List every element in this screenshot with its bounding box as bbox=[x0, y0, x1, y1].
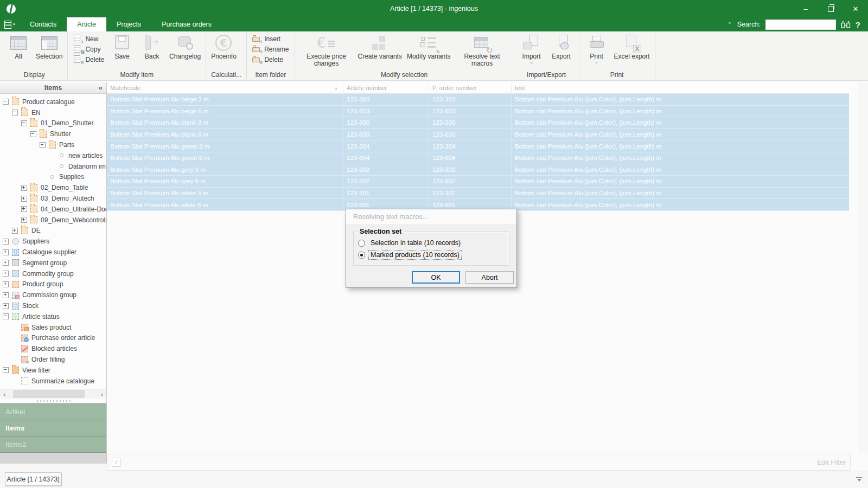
tree-item-02-demo-table[interactable]: 02_Demo_Table bbox=[0, 182, 106, 193]
panel-items[interactable]: Items bbox=[0, 420, 106, 436]
table-cell[interactable]: Bottom slat Premium Alu {jum.Color}, {ju… bbox=[512, 129, 849, 140]
tree-item-view-filter[interactable]: View filter bbox=[0, 365, 106, 376]
tree-item-suppliers[interactable]: Suppliers bbox=[0, 236, 106, 247]
abort-button[interactable]: Abort bbox=[465, 271, 514, 284]
tree-item-commodity-group[interactable]: Commodity group bbox=[0, 268, 106, 279]
ribbon-button-execute-price-changes[interactable]: Execute price changes bbox=[298, 32, 355, 67]
expand-icon[interactable] bbox=[21, 185, 27, 191]
table-cell[interactable]: 123-303 bbox=[429, 94, 512, 105]
table-cell[interactable]: Bottom slat Premium Alu {jum.Color}, {ju… bbox=[512, 164, 849, 176]
table-cell[interactable]: Bottom slat Premium Alu {jum.Color}, {ju… bbox=[512, 94, 849, 105]
scroll-right-icon[interactable]: › bbox=[98, 390, 106, 399]
radio-option-marked-products-10-records[interactable]: Marked products (10 records) bbox=[358, 249, 505, 261]
expand-icon[interactable] bbox=[3, 249, 9, 255]
collapse-sidebar-icon[interactable]: « bbox=[99, 82, 103, 93]
table-cell[interactable]: Bottom slat Premium Alu {jum.Color}, {ju… bbox=[512, 152, 849, 164]
table-cell[interactable]: Bottom Slat Premium Alu beige 6 m bbox=[107, 106, 343, 117]
table-cell[interactable]: Bottom Slat Premium Alu green 3 m bbox=[107, 140, 343, 152]
table-cell[interactable]: 123-304 bbox=[429, 140, 512, 152]
expand-icon[interactable] bbox=[21, 196, 27, 202]
ok-button[interactable]: OK bbox=[412, 271, 460, 284]
table-cell[interactable]: 123-303 bbox=[343, 94, 429, 105]
table-cell[interactable]: 123-602 bbox=[429, 176, 512, 187]
ribbon-button-priceinfo[interactable]: Priceinfo bbox=[209, 32, 239, 60]
ribbon-button-changelog[interactable]: Changelog bbox=[167, 32, 203, 60]
table-cell[interactable]: 123-302 bbox=[429, 164, 512, 176]
table-row[interactable]: Bottom Slat Premium Alu green 3 m123-304… bbox=[107, 140, 849, 152]
tree-item-04-demo-ultralite-doors[interactable]: 04_Demo_Ultralite-Doors bbox=[0, 204, 106, 215]
tree-item-product-catalogue[interactable]: Product catalogue bbox=[0, 97, 106, 107]
collapse-icon[interactable] bbox=[40, 142, 46, 148]
vertical-scrollbar[interactable] bbox=[859, 82, 868, 453]
table-cell[interactable]: Bottom Slat Premium Alu white 6 m bbox=[107, 199, 343, 210]
expand-icon[interactable] bbox=[3, 239, 9, 245]
ribbon-button-back[interactable]: Back bbox=[137, 32, 167, 60]
tree-item-commission-group[interactable]: Commission group bbox=[0, 290, 106, 300]
ribbon-button-all[interactable]: All bbox=[4, 32, 33, 60]
collapse-icon[interactable] bbox=[21, 120, 27, 126]
tree-item-segment-group[interactable]: Segment group bbox=[0, 258, 106, 268]
column-header-matchcode[interactable]: Matchcode▲ bbox=[107, 82, 343, 93]
table-cell[interactable]: 123-300 bbox=[429, 117, 512, 129]
table-cell[interactable]: 123-301 bbox=[429, 188, 512, 199]
maximize-button[interactable] bbox=[818, 0, 843, 17]
tree-item-new-articles[interactable]: new articles bbox=[0, 150, 106, 161]
ribbon-button-save[interactable]: Save bbox=[107, 32, 137, 60]
table-cell[interactable]: Bottom Slat Premium Alu green 6 m bbox=[107, 152, 343, 164]
table-cell[interactable]: Bottom Slat Premium Alu grey 6 m bbox=[107, 176, 343, 187]
expand-icon[interactable] bbox=[12, 228, 18, 234]
ribbon-button-create-variants[interactable]: Create variants bbox=[356, 32, 404, 60]
expand-icon[interactable] bbox=[3, 292, 9, 298]
table-cell[interactable]: Bottom Slat Premium Alu blank 3 m bbox=[107, 117, 343, 129]
ribbon-button-export[interactable]: Export bbox=[547, 32, 576, 60]
splitter-handle[interactable] bbox=[0, 399, 106, 403]
ribbon-button-copy[interactable]: ⧉Copy bbox=[72, 45, 106, 53]
column-header-text[interactable]: text bbox=[512, 82, 849, 93]
ribbon-button-delete[interactable]: ×Delete bbox=[72, 55, 106, 63]
collapse-icon[interactable] bbox=[3, 99, 9, 105]
table-cell[interactable]: 123-602 bbox=[343, 176, 429, 187]
table-cell[interactable]: 123-301 bbox=[343, 188, 429, 199]
edit-filter-button[interactable]: Edit Filter bbox=[817, 459, 846, 466]
tree-item-blocked-articles[interactable]: Blocked articles bbox=[0, 343, 106, 354]
search-input[interactable] bbox=[765, 20, 836, 30]
tree-item-order-filling[interactable]: Order filling bbox=[0, 354, 106, 365]
ribbon-button-selection[interactable]: Selection bbox=[34, 32, 65, 60]
table-cell[interactable]: Bottom slat Premium Alu {jum.Color}, {ju… bbox=[512, 140, 849, 152]
ribbon-button-resolve-text-macros[interactable]: Resolve text macros bbox=[454, 32, 511, 67]
expand-icon[interactable] bbox=[3, 271, 9, 277]
table-cell[interactable]: 123-300 bbox=[343, 117, 429, 129]
tab-projects[interactable]: Projects bbox=[106, 17, 151, 31]
table-cell[interactable]: 123-302 bbox=[343, 164, 429, 176]
expand-icon[interactable] bbox=[21, 217, 27, 223]
radio-button-icon[interactable] bbox=[358, 252, 365, 259]
tree-item-en[interactable]: EN bbox=[0, 107, 106, 118]
tree-item-01-demo-shutter[interactable]: 01_Demo_Shutter bbox=[0, 118, 106, 129]
tree-item-product-group[interactable]: Product group bbox=[0, 279, 106, 290]
table-cell[interactable]: Bottom Slat Premium Alu blank 6 m bbox=[107, 129, 343, 140]
tree-item-stock[interactable]: Stock bbox=[0, 300, 106, 311]
ribbon-button-print[interactable]: Print⌄ bbox=[582, 32, 611, 64]
table-cell[interactable]: 123-304 bbox=[343, 140, 429, 152]
table-row[interactable]: Bottom Slat Premium Alu grey 6 m123-6021… bbox=[107, 176, 849, 188]
ribbon-button-excel-export[interactable]: Excel export bbox=[612, 32, 652, 60]
ribbon-button-modify-variants[interactable]: ✎Modify variants bbox=[405, 32, 453, 60]
tab-article[interactable]: Article bbox=[67, 17, 106, 31]
table-cell[interactable]: Bottom slat Premium Alu {jum.Color}, {ju… bbox=[512, 199, 849, 210]
ribbon-button-import[interactable]: Import⌄ bbox=[517, 32, 546, 64]
table-cell[interactable]: 123-603 bbox=[429, 106, 512, 117]
expand-icon[interactable] bbox=[3, 303, 9, 309]
tree-item-shutter[interactable]: Shutter bbox=[0, 129, 106, 139]
collapse-icon[interactable] bbox=[3, 313, 9, 319]
close-button[interactable]: ✕ bbox=[843, 0, 868, 17]
expand-icon[interactable] bbox=[3, 281, 9, 287]
table-row[interactable]: Bottom Slat Premium Alu beige 3 m123-303… bbox=[107, 94, 849, 106]
tab-purchase-orders[interactable]: Purchase orders bbox=[151, 17, 222, 31]
expand-icon[interactable] bbox=[3, 260, 9, 266]
column-header-p-order-number[interactable]: P. order number bbox=[429, 82, 512, 93]
expand-icon[interactable] bbox=[21, 206, 27, 212]
table-row[interactable]: Bottom Slat Premium Alu beige 6 m123-603… bbox=[107, 106, 849, 118]
collapse-icon[interactable] bbox=[3, 367, 9, 373]
table-cell[interactable]: 123-603 bbox=[343, 106, 429, 117]
table-cell[interactable]: Bottom slat Premium Alu {jum.Color}, {ju… bbox=[512, 176, 849, 187]
